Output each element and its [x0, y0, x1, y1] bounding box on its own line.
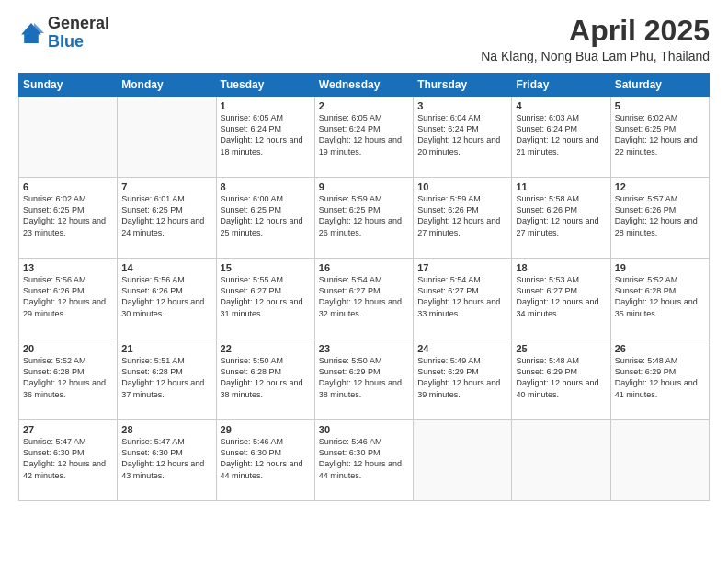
day-info: Sunrise: 6:00 AMSunset: 6:25 PMDaylight:…	[221, 193, 311, 238]
col-tuesday: Tuesday	[216, 74, 314, 97]
calendar-week-row: 20Sunrise: 5:52 AMSunset: 6:28 PMDayligh…	[19, 339, 710, 420]
day-info: Sunrise: 5:58 AMSunset: 6:26 PMDaylight:…	[516, 193, 606, 238]
day-info: Sunrise: 5:59 AMSunset: 6:26 PMDaylight:…	[417, 193, 507, 238]
day-number: 13	[23, 262, 113, 273]
table-row: 4Sunrise: 6:03 AMSunset: 6:24 PMDaylight…	[512, 97, 610, 178]
table-row: 1Sunrise: 6:05 AMSunset: 6:24 PMDaylight…	[216, 97, 314, 178]
day-number: 14	[121, 262, 211, 273]
col-saturday: Saturday	[610, 74, 709, 97]
logo-blue: Blue	[48, 32, 84, 51]
col-wednesday: Wednesday	[314, 74, 413, 97]
day-info: Sunrise: 5:56 AMSunset: 6:26 PMDaylight:…	[23, 274, 113, 319]
day-number: 5	[615, 100, 705, 111]
table-row	[414, 420, 512, 501]
day-number: 9	[319, 181, 409, 192]
day-number: 18	[516, 262, 606, 273]
day-info: Sunrise: 5:57 AMSunset: 6:26 PMDaylight:…	[615, 193, 705, 238]
calendar-header-row: Sunday Monday Tuesday Wednesday Thursday…	[19, 74, 710, 97]
day-number: 25	[516, 343, 606, 354]
title-block: April 2025 Na Klang, Nong Bua Lam Phu, T…	[481, 15, 710, 63]
day-info: Sunrise: 5:54 AMSunset: 6:27 PMDaylight:…	[319, 274, 409, 319]
day-number: 21	[121, 343, 211, 354]
table-row: 21Sunrise: 5:51 AMSunset: 6:28 PMDayligh…	[118, 339, 216, 420]
table-row: 17Sunrise: 5:54 AMSunset: 6:27 PMDayligh…	[414, 259, 512, 339]
table-row: 5Sunrise: 6:02 AMSunset: 6:25 PMDaylight…	[610, 97, 709, 178]
day-info: Sunrise: 5:48 AMSunset: 6:29 PMDaylight:…	[615, 355, 705, 400]
table-row: 2Sunrise: 6:05 AMSunset: 6:24 PMDaylight…	[314, 97, 413, 178]
day-info: Sunrise: 5:46 AMSunset: 6:30 PMDaylight:…	[221, 436, 311, 481]
day-info: Sunrise: 6:02 AMSunset: 6:25 PMDaylight:…	[615, 112, 705, 157]
day-number: 19	[615, 262, 705, 273]
day-info: Sunrise: 5:52 AMSunset: 6:28 PMDaylight:…	[615, 274, 705, 319]
location-title: Na Klang, Nong Bua Lam Phu, Thailand	[481, 49, 710, 63]
day-info: Sunrise: 6:04 AMSunset: 6:24 PMDaylight:…	[417, 112, 507, 157]
table-row: 14Sunrise: 5:56 AMSunset: 6:26 PMDayligh…	[118, 259, 216, 339]
day-info: Sunrise: 5:47 AMSunset: 6:30 PMDaylight:…	[23, 436, 113, 481]
calendar: Sunday Monday Tuesday Wednesday Thursday…	[18, 73, 710, 501]
month-title: April 2025	[481, 15, 710, 47]
day-number: 10	[417, 181, 507, 192]
calendar-week-row: 13Sunrise: 5:56 AMSunset: 6:26 PMDayligh…	[19, 259, 710, 339]
day-info: Sunrise: 5:54 AMSunset: 6:27 PMDaylight:…	[417, 274, 507, 319]
day-info: Sunrise: 5:59 AMSunset: 6:25 PMDaylight:…	[319, 193, 409, 238]
logo: General Blue	[18, 15, 109, 52]
table-row: 22Sunrise: 5:50 AMSunset: 6:28 PMDayligh…	[216, 339, 314, 420]
table-row: 20Sunrise: 5:52 AMSunset: 6:28 PMDayligh…	[19, 339, 118, 420]
col-monday: Monday	[118, 74, 216, 97]
table-row: 7Sunrise: 6:01 AMSunset: 6:25 PMDaylight…	[118, 178, 216, 259]
table-row: 28Sunrise: 5:47 AMSunset: 6:30 PMDayligh…	[118, 420, 216, 501]
day-info: Sunrise: 6:01 AMSunset: 6:25 PMDaylight:…	[121, 193, 211, 238]
day-info: Sunrise: 6:02 AMSunset: 6:25 PMDaylight:…	[23, 193, 113, 238]
day-info: Sunrise: 5:47 AMSunset: 6:30 PMDaylight:…	[121, 436, 211, 481]
table-row: 16Sunrise: 5:54 AMSunset: 6:27 PMDayligh…	[314, 259, 413, 339]
day-number: 24	[417, 343, 507, 354]
calendar-week-row: 27Sunrise: 5:47 AMSunset: 6:30 PMDayligh…	[19, 420, 710, 501]
table-row	[512, 420, 610, 501]
page: General Blue April 2025 Na Klang, Nong B…	[0, 0, 728, 563]
table-row: 3Sunrise: 6:04 AMSunset: 6:24 PMDaylight…	[414, 97, 512, 178]
day-number: 11	[516, 181, 606, 192]
day-info: Sunrise: 5:49 AMSunset: 6:29 PMDaylight:…	[417, 355, 507, 400]
day-number: 23	[319, 343, 409, 354]
day-info: Sunrise: 6:03 AMSunset: 6:24 PMDaylight:…	[516, 112, 606, 157]
table-row: 15Sunrise: 5:55 AMSunset: 6:27 PMDayligh…	[216, 259, 314, 339]
day-number: 16	[319, 262, 409, 273]
day-number: 15	[221, 262, 311, 273]
table-row: 10Sunrise: 5:59 AMSunset: 6:26 PMDayligh…	[414, 178, 512, 259]
day-number: 28	[121, 424, 211, 435]
table-row: 13Sunrise: 5:56 AMSunset: 6:26 PMDayligh…	[19, 259, 118, 339]
logo-general: General	[48, 14, 109, 32]
table-row: 30Sunrise: 5:46 AMSunset: 6:30 PMDayligh…	[314, 420, 413, 501]
table-row: 9Sunrise: 5:59 AMSunset: 6:25 PMDaylight…	[314, 178, 413, 259]
calendar-week-row: 6Sunrise: 6:02 AMSunset: 6:25 PMDaylight…	[19, 178, 710, 259]
table-row	[19, 97, 118, 178]
table-row: 12Sunrise: 5:57 AMSunset: 6:26 PMDayligh…	[610, 178, 709, 259]
day-number: 7	[121, 181, 211, 192]
day-number: 30	[319, 424, 409, 435]
table-row: 24Sunrise: 5:49 AMSunset: 6:29 PMDayligh…	[414, 339, 512, 420]
table-row: 26Sunrise: 5:48 AMSunset: 6:29 PMDayligh…	[610, 339, 709, 420]
day-info: Sunrise: 5:50 AMSunset: 6:28 PMDaylight:…	[221, 355, 311, 400]
day-info: Sunrise: 6:05 AMSunset: 6:24 PMDaylight:…	[319, 112, 409, 157]
svg-marker-1	[34, 23, 44, 33]
logo-text: General Blue	[48, 15, 109, 52]
col-sunday: Sunday	[19, 74, 118, 97]
day-info: Sunrise: 5:53 AMSunset: 6:27 PMDaylight:…	[516, 274, 606, 319]
table-row: 18Sunrise: 5:53 AMSunset: 6:27 PMDayligh…	[512, 259, 610, 339]
day-number: 29	[221, 424, 311, 435]
table-row: 25Sunrise: 5:48 AMSunset: 6:29 PMDayligh…	[512, 339, 610, 420]
day-number: 3	[417, 100, 507, 111]
table-row: 27Sunrise: 5:47 AMSunset: 6:30 PMDayligh…	[19, 420, 118, 501]
day-info: Sunrise: 5:50 AMSunset: 6:29 PMDaylight:…	[319, 355, 409, 400]
day-number: 2	[319, 100, 409, 111]
day-info: Sunrise: 5:48 AMSunset: 6:29 PMDaylight:…	[516, 355, 606, 400]
day-number: 22	[221, 343, 311, 354]
day-info: Sunrise: 5:52 AMSunset: 6:28 PMDaylight:…	[23, 355, 113, 400]
table-row: 29Sunrise: 5:46 AMSunset: 6:30 PMDayligh…	[216, 420, 314, 501]
day-number: 20	[23, 343, 113, 354]
table-row	[610, 420, 709, 501]
day-number: 12	[615, 181, 705, 192]
day-info: Sunrise: 5:56 AMSunset: 6:26 PMDaylight:…	[121, 274, 211, 319]
logo-icon	[18, 20, 44, 46]
table-row	[118, 97, 216, 178]
